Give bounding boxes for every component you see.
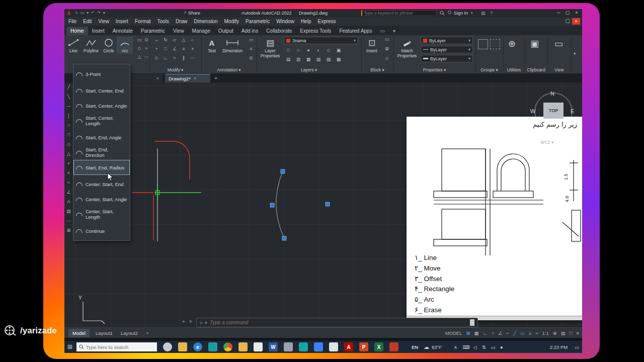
viewcube-top-face[interactable]: TOP xyxy=(543,103,564,119)
copy-icon[interactable]: + xyxy=(153,47,160,51)
tool-hatch-icon[interactable]: ⊞ xyxy=(67,228,71,233)
ribbon-tab-view[interactable]: View xyxy=(169,27,188,35)
ribbon-tab-featured-apps[interactable]: Featured Apps xyxy=(335,27,376,35)
panel-label-block[interactable]: Block ▾ xyxy=(361,67,393,72)
settings-icon[interactable] xyxy=(329,342,338,351)
photos-icon[interactable] xyxy=(314,342,323,351)
language-indicator[interactable]: EN xyxy=(412,344,418,350)
centerline-icon[interactable]: ◎ xyxy=(248,56,255,60)
tool-rect-icon[interactable]: □ xyxy=(67,132,70,137)
array-icon[interactable]: ∟ xyxy=(162,56,169,60)
action-center-icon[interactable]: ▭ xyxy=(575,344,579,350)
panel-label-utilities[interactable]: Utilities xyxy=(503,67,525,72)
onedrive-icon[interactable]: ● xyxy=(500,344,503,350)
layer-properties-button[interactable]: ▤ Layer Properties xyxy=(259,37,282,59)
hatch-icon[interactable]: ⊙ xyxy=(143,38,150,42)
move-icon[interactable]: ↔ xyxy=(153,38,160,42)
ortho-toggle-icon[interactable]: ∟ xyxy=(482,330,487,336)
battery-icon[interactable]: ▭ xyxy=(491,344,496,350)
trim-icon[interactable]: ▱ xyxy=(171,38,178,42)
create-block-icon[interactable]: ▭ xyxy=(383,37,390,42)
viewcube-north[interactable]: N xyxy=(550,90,554,97)
keyword-search-box[interactable] xyxy=(361,10,437,16)
panel-label-layers[interactable]: Layers ▾ xyxy=(257,67,361,72)
menu-window[interactable]: Window xyxy=(276,19,294,24)
clock[interactable]: 2:23 PM xyxy=(545,344,573,350)
taskbar-search-input[interactable] xyxy=(86,344,154,350)
layer-walk-icon[interactable]: ▤ xyxy=(285,57,292,62)
dimension-tool-button[interactable]: Dimension xyxy=(220,37,245,54)
transparency-icon[interactable]: ≈ xyxy=(535,330,538,336)
layer-match-icon[interactable]: ◇ xyxy=(325,48,332,53)
layer-prev-icon[interactable]: ▨ xyxy=(325,57,332,62)
explode-icon[interactable]: ◇ xyxy=(153,56,160,60)
model-tab[interactable]: Model xyxy=(68,329,90,337)
menu-draw[interactable]: Draw xyxy=(176,19,187,24)
space-indicator[interactable]: MODEL xyxy=(445,330,462,336)
arc-menu-item-start-end-angle[interactable]: Start, End, Angle xyxy=(73,130,130,145)
layer-on-icon[interactable]: ▧ xyxy=(315,57,322,62)
ribbon-tab-collaborate[interactable]: Collaborate xyxy=(262,27,296,35)
circle-tool-button[interactable]: Circle xyxy=(101,37,117,54)
arc-menu-item-continue[interactable]: Continue xyxy=(73,223,130,238)
tool-ellipse-icon[interactable]: △ xyxy=(67,151,70,156)
new-icon[interactable]: ▭ xyxy=(80,11,85,15)
arc-menu-item-start-end-direction[interactable]: Start, End, Direction xyxy=(73,145,130,160)
keyword-search-input[interactable] xyxy=(362,11,436,16)
new-drawing-tab-button[interactable]: + xyxy=(214,75,217,81)
match-properties-button[interactable]: Match Properties xyxy=(395,37,419,59)
tool-spline-icon[interactable]: ≈ xyxy=(67,180,70,185)
ribbon-collapse-icon[interactable]: ▴ xyxy=(574,50,576,55)
ribbon-tab-insert[interactable]: Insert xyxy=(88,27,109,35)
ellipse-icon[interactable]: ◇ xyxy=(136,46,143,51)
panel-label-groups[interactable]: Groups ▾ xyxy=(475,67,503,72)
group-button[interactable] xyxy=(478,39,488,49)
more-draw-icon[interactable]: ⋯ xyxy=(143,55,150,59)
layer-state-icon[interactable]: ▣ xyxy=(335,48,342,53)
menu-dimension[interactable]: Dimension xyxy=(194,19,217,24)
mail-icon[interactable] xyxy=(284,342,293,351)
menu-file[interactable]: File xyxy=(68,19,76,24)
menu-modify[interactable]: Modify xyxy=(224,19,239,24)
customization-menu-icon[interactable]: ≡ xyxy=(576,330,579,336)
doc-restore-button[interactable]: ▢ xyxy=(566,18,570,24)
tool-text-icon[interactable]: A xyxy=(67,199,70,204)
start-file-tab[interactable]: × xyxy=(130,74,163,82)
ribbon-tab-output[interactable]: Output xyxy=(214,27,237,35)
polygon-icon[interactable]: △ xyxy=(136,55,143,59)
lineweight-dropdown[interactable]: ByLayer ▾ xyxy=(421,55,473,62)
commandline-move-icon[interactable]: + xyxy=(182,319,185,324)
panel-label-clipboard[interactable]: Clipboard xyxy=(525,67,547,72)
panel-label-view[interactable]: View xyxy=(547,67,571,72)
lineweight-toggle-icon[interactable]: ▭ xyxy=(520,330,525,336)
commandline-customize-icon[interactable]: ≡ xyxy=(200,320,202,325)
command-line[interactable]: ≡ ▾ xyxy=(196,318,478,327)
store-icon[interactable] xyxy=(208,342,217,351)
sign-in-button[interactable]: Sign In xyxy=(454,11,468,16)
menu-edit[interactable]: Edit xyxy=(83,19,92,24)
drawing2-tab-close-icon[interactable]: × xyxy=(194,76,196,81)
angle-toggle-icon[interactable]: ∠ xyxy=(498,330,503,336)
commandline-caret-icon[interactable]: ▾ xyxy=(205,320,207,325)
tool-point-icon[interactable]: + xyxy=(67,161,70,166)
layer-thaw-icon[interactable]: ▥ xyxy=(295,57,302,62)
sign-in-caret-icon[interactable]: ▾ xyxy=(471,11,473,15)
autocad-logo[interactable]: A xyxy=(67,11,70,16)
menu-view[interactable]: View xyxy=(98,19,109,24)
commandline-close-icon[interactable]: × xyxy=(189,319,192,324)
commandline-scroll-handle[interactable] xyxy=(470,319,474,326)
temperature[interactable]: 83°F xyxy=(432,344,442,350)
arc-menu-item-center-start-angle[interactable]: Center, Start, Angle xyxy=(73,192,130,207)
annotation-visibility-icon[interactable]: ▤ xyxy=(561,330,566,336)
grid-toggle-icon[interactable]: ⊞ xyxy=(466,330,470,336)
dynamic-input-icon[interactable]: ± xyxy=(529,330,531,336)
layer-unlock-icon[interactable]: ▦ xyxy=(305,57,312,62)
snap-toggle-icon[interactable]: ▦ xyxy=(474,330,478,336)
leader-icon[interactable]: ▭ xyxy=(248,38,255,42)
folder-icon[interactable] xyxy=(238,342,248,351)
scale-icon[interactable]: ∠ xyxy=(171,47,178,51)
undo-icon[interactable]: ↶ xyxy=(91,11,95,15)
ungroup-button[interactable] xyxy=(490,39,500,49)
menu-express[interactable]: Express xyxy=(317,19,336,24)
word-icon[interactable]: W xyxy=(269,342,278,351)
